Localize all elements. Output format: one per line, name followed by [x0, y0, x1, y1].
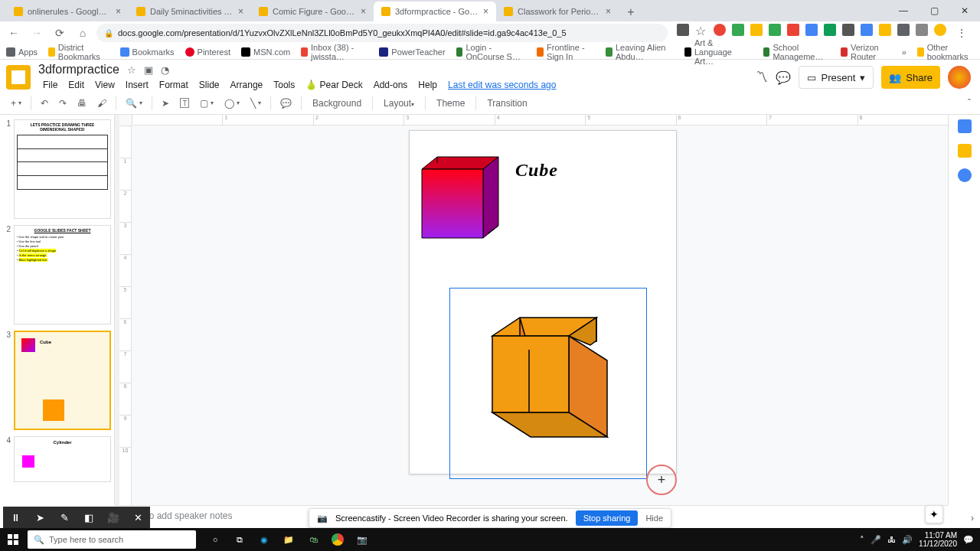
undo-button[interactable]: ↶ — [36, 95, 53, 112]
bookmark-item[interactable]: Art & Language Art… — [684, 38, 753, 66]
volume-icon[interactable]: 🔊 — [902, 535, 913, 545]
tray-caret[interactable]: ˄ — [860, 535, 864, 545]
bookmark-item[interactable]: District Bookmarks — [48, 43, 109, 61]
account-avatar[interactable] — [948, 66, 971, 89]
last-edit-link[interactable]: Last edit was seconds ago — [443, 78, 560, 92]
bookmark-item[interactable]: Frontline - Sign In — [537, 43, 595, 61]
bookmark-item[interactable]: Login - OnCourse S… — [456, 43, 527, 61]
close-recorder[interactable]: ✕ — [126, 507, 150, 528]
slide-title-text[interactable]: Cube — [515, 160, 558, 181]
pen-tool[interactable]: ✎ — [52, 507, 77, 528]
ext-icon[interactable] — [732, 24, 744, 36]
pause-button[interactable]: ⏸ — [3, 507, 28, 528]
bookmark-item[interactable]: Verizon Router — [841, 43, 891, 61]
layout-button[interactable]: Layout▾ — [377, 95, 420, 112]
slide-thumb-2[interactable]: GOOGLE SLIDES FACT SHEET • Use the shape… — [14, 225, 111, 324]
edge-icon[interactable]: ◉ — [253, 529, 276, 550]
slides-logo[interactable] — [6, 65, 31, 90]
slide-canvas[interactable]: Cube — [409, 130, 677, 474]
transition-button[interactable]: Transition — [481, 95, 533, 112]
tab-1[interactable]: Daily 5minactivities - Google Sli× — [129, 2, 251, 21]
close-icon[interactable]: × — [116, 6, 121, 17]
background-button[interactable]: Background — [306, 95, 368, 112]
apps-button[interactable]: Apps — [6, 47, 38, 57]
ext-icon[interactable] — [879, 24, 891, 36]
side-panel-toggle[interactable]: › — [971, 513, 974, 523]
address-bar[interactable]: 🔒 docs.google.com/presentation/d/1YuzvxO… — [96, 24, 668, 42]
clock[interactable]: 11:07 AM11/12/2020 — [919, 531, 957, 548]
close-icon[interactable]: × — [238, 6, 243, 17]
bookmark-item[interactable]: Inbox (38) - jwissta… — [301, 43, 368, 61]
ext-icon[interactable] — [750, 24, 763, 36]
tab-2[interactable]: Comic Figure - Google Slides× — [251, 2, 374, 21]
menu-tools[interactable]: Tools — [269, 78, 299, 92]
ext-icon[interactable] — [787, 24, 799, 36]
mic-icon[interactable]: 🎤 — [871, 535, 881, 545]
tab-0[interactable]: onlinerules - Google Slides× — [6, 2, 129, 21]
share-button[interactable]: 👥Share — [881, 66, 940, 89]
close-icon[interactable]: × — [606, 6, 611, 17]
new-slide-button[interactable]: +▾ — [6, 95, 26, 112]
comments-icon[interactable]: 💬 — [776, 70, 791, 85]
tab-4[interactable]: Classwork for Period 3 Cycle 2 G× — [496, 2, 619, 21]
back-button[interactable]: ← — [5, 24, 23, 42]
ext-icon[interactable] — [769, 24, 781, 36]
cortana-icon[interactable]: ○ — [204, 529, 227, 550]
star-icon[interactable]: ☆ — [127, 64, 136, 76]
star-icon[interactable]: ☆ — [695, 24, 707, 36]
close-icon[interactable]: × — [483, 6, 488, 17]
ext-icon[interactable] — [805, 24, 818, 36]
ext-icon[interactable] — [824, 24, 836, 36]
cube-red-shape[interactable] — [413, 152, 505, 244]
new-tab-button[interactable]: + — [622, 3, 640, 21]
ext-icon[interactable] — [916, 24, 928, 36]
cube-orange-shape[interactable] — [486, 315, 616, 445]
bookmarks-overflow[interactable]: » — [902, 47, 906, 57]
chrome-icon[interactable] — [326, 529, 349, 550]
menu-format[interactable]: Format — [155, 78, 193, 92]
camera-icon[interactable]: 📷 — [351, 529, 374, 550]
calendar-icon[interactable] — [958, 119, 972, 133]
minimize-button[interactable]: — — [888, 0, 919, 21]
menu-arrange[interactable]: Arrange — [226, 78, 268, 92]
bookmark-item[interactable]: PowerTeacher — [379, 47, 445, 57]
select-tool[interactable]: ➤ — [157, 95, 174, 112]
extensions-icon[interactable] — [897, 24, 910, 36]
doc-title[interactable]: 3dformpractice — [38, 63, 119, 77]
taskbar-search[interactable]: 🔍Type here to search — [28, 530, 196, 549]
forward-button[interactable]: → — [28, 24, 46, 42]
image-tool[interactable]: ▢▾ — [195, 95, 218, 112]
start-button[interactable] — [0, 528, 26, 551]
textbox-tool[interactable]: 🅃 — [175, 95, 194, 112]
taskview-icon[interactable]: ⧉ — [228, 529, 251, 550]
keep-icon[interactable] — [958, 144, 972, 158]
pointer-tool[interactable]: ➤ — [28, 507, 52, 528]
ext-icon[interactable] — [677, 24, 689, 36]
zoom-button[interactable]: 🔍▾ — [121, 95, 147, 112]
paint-format-button[interactable]: 🖌 — [93, 95, 111, 112]
menu-edit[interactable]: Edit — [64, 78, 89, 92]
home-button[interactable]: ⌂ — [74, 24, 92, 42]
shape-tool[interactable]: ◯▾ — [220, 95, 244, 112]
explorer-icon[interactable]: 📁 — [277, 529, 300, 550]
reload-button[interactable]: ⟳ — [51, 24, 69, 42]
move-icon[interactable]: ▣ — [144, 64, 153, 76]
ext-icon[interactable] — [842, 24, 854, 36]
maximize-button[interactable]: ▢ — [919, 0, 949, 21]
bookmark-item[interactable]: Pinterest — [185, 47, 230, 57]
menu-addons[interactable]: Add-ons — [369, 78, 413, 92]
activity-icon[interactable]: 〽 — [756, 70, 768, 84]
menu-peardeck[interactable]: 🍐 Pear Deck — [301, 78, 367, 92]
menu-help[interactable]: Help — [413, 78, 442, 92]
explore-button[interactable]: ✦ — [925, 505, 943, 523]
theme-button[interactable]: Theme — [430, 95, 471, 112]
ext-icon[interactable] — [861, 24, 873, 36]
collapse-toolbar[interactable]: ˆ — [965, 95, 974, 112]
eraser-tool[interactable]: ◧ — [77, 507, 101, 528]
bookmark-item[interactable]: School Manageme… — [763, 43, 831, 61]
notifications-icon[interactable]: 💬 — [963, 535, 974, 545]
slide-thumb-1[interactable]: LETS PRACTICE DRAWING THREEDIMENSIONAL S… — [14, 119, 111, 219]
print-button[interactable]: 🖶 — [73, 95, 91, 112]
close-window-button[interactable]: ✕ — [949, 0, 980, 21]
ext-icon[interactable] — [714, 24, 726, 36]
